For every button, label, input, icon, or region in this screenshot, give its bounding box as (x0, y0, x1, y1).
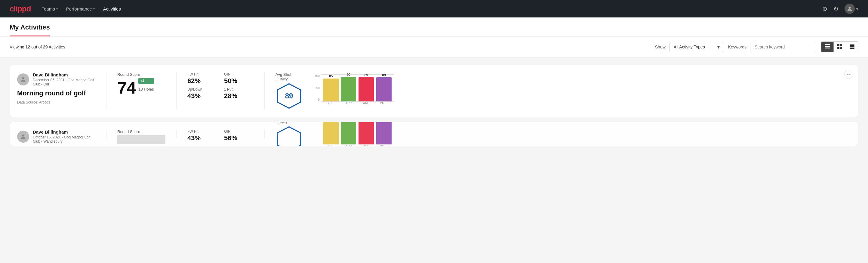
quality-label: Avg Shot Quality (276, 122, 304, 124)
bar-arg-value: 89 (365, 73, 368, 77)
bar-arg: 89 (359, 73, 374, 101)
bar-ott: 94 (323, 122, 339, 144)
card-stats: FW Hit 62% GIR 50% Up/Down 43% 1 Putt 28… (187, 72, 253, 110)
navbar: clippd Teams ▾ Performance ▾ Activities … (0, 0, 868, 18)
stat-fwhit: FW Hit 43% (187, 129, 217, 142)
svg-marker-16 (277, 127, 301, 146)
quality-label: Avg Shot Quality (276, 72, 304, 81)
nav-activities[interactable]: Activities (103, 6, 121, 11)
x-axis: OTT APP ARG PUTT (321, 101, 394, 108)
search-input[interactable] (750, 42, 816, 52)
stat-fwhit: FW Hit 62% (187, 72, 217, 85)
svg-rect-3 (825, 48, 830, 49)
round-score-label: Round Score (117, 72, 165, 77)
bar-putt: 87 (376, 122, 392, 144)
x-label-putt: PUTT (376, 144, 392, 146)
score-badge: +4 (138, 78, 154, 84)
bar-ott-bar (323, 122, 339, 144)
user-row: Dave Billingham October 16, 2021 - Gog M… (17, 129, 95, 144)
view-toggle-group (821, 41, 858, 52)
divider (106, 72, 106, 110)
bar-app: 90 (341, 73, 356, 101)
user-name: Dave Billingham (33, 72, 95, 77)
svg-rect-4 (837, 44, 839, 46)
x-label-ott: OTT (323, 144, 339, 146)
avatar (17, 74, 29, 85)
svg-rect-11 (850, 48, 855, 48)
bar-app-value: 90 (347, 73, 350, 77)
user-name: Dave Billingham (33, 129, 95, 135)
bar-arg: 106 (359, 122, 374, 144)
round-score-section: Round Score 74 +4 18 Holes (117, 72, 165, 110)
bar-putt-bar (376, 122, 392, 144)
keywords-filter-group: Keywords: (728, 42, 816, 52)
svg-rect-6 (837, 47, 839, 49)
stat-label: GIR (224, 129, 253, 134)
activity-card: ✏ Dave Billingham December 05, 2021 - Go… (10, 65, 858, 117)
show-filter-group: Show: All Activity Types Rounds Practice (655, 42, 723, 52)
user-menu[interactable]: ▾ (844, 4, 858, 14)
bar-arg-bar (359, 77, 374, 101)
bar-ott-value: 85 (329, 74, 333, 78)
nav-performance[interactable]: Performance ▾ (66, 6, 95, 11)
filter-bar: Viewing 12 out of 29 Activities Show: Al… (0, 37, 868, 57)
user-chevron-icon: ▾ (856, 6, 858, 12)
bar-arg-bar (359, 122, 374, 144)
bar-app-bar (341, 77, 356, 101)
svg-rect-2 (825, 46, 830, 47)
y-axis: 100 50 0 (311, 74, 320, 101)
stat-label: FW Hit (187, 129, 217, 134)
stat-label: GIR (224, 72, 253, 77)
bar-chart: 100 94 93 106 (311, 122, 394, 146)
x-label-putt: PUTT (376, 101, 392, 108)
card-left-section: Dave Billingham October 16, 2021 - Gog M… (17, 129, 95, 139)
activity-title: Morning round of golf (17, 89, 95, 97)
view-grid-button[interactable] (834, 42, 846, 52)
activity-date: October 16, 2021 - Gog Magog Golf Club -… (33, 135, 95, 144)
y-label-100: 100 (311, 74, 320, 78)
y-label-0: 0 (311, 98, 320, 101)
hexagon-icon (276, 125, 303, 146)
viewing-count-text: Viewing 12 out of 29 Activities (10, 45, 650, 49)
card-stats: FW Hit 43% GIR 56% (187, 129, 253, 139)
stat-value: 56% (224, 134, 253, 142)
activity-type-select[interactable]: All Activity Types Rounds Practice (669, 42, 723, 52)
view-list-detail-button[interactable] (846, 42, 858, 52)
refresh-icon[interactable]: ↻ (833, 5, 839, 12)
stat-label: FW Hit (187, 72, 217, 77)
teams-chevron-icon: ▾ (56, 7, 58, 10)
bar-chart: 100 50 0 85 90 (311, 74, 394, 108)
show-label: Show: (655, 45, 667, 49)
stat-value: 28% (224, 92, 253, 100)
bar-app-bar (341, 122, 356, 144)
add-icon[interactable]: ⊕ (822, 5, 828, 12)
edit-button[interactable]: ✏ (844, 70, 853, 79)
score-row: 74 +4 18 Holes (117, 78, 165, 96)
avg-shot-quality-section: Avg Shot Quality 89 100 50 0 (276, 72, 394, 110)
view-list-compact-button[interactable] (822, 42, 834, 52)
nav-teams[interactable]: Teams ▾ (42, 6, 58, 11)
bar-putt: 89 (376, 73, 392, 101)
round-score-label: Round Score (117, 129, 165, 134)
hexagon: 89 (276, 83, 303, 110)
svg-rect-10 (850, 46, 855, 47)
x-label-arg: ARG (359, 101, 374, 108)
page-title: My Activities (10, 18, 50, 36)
bar-putt-bar (376, 77, 392, 101)
svg-rect-1 (825, 44, 830, 45)
hexagon (276, 125, 303, 146)
stat-gir: GIR 50% (224, 72, 253, 85)
stat-value: 43% (187, 134, 217, 142)
svg-rect-5 (840, 44, 842, 46)
svg-rect-12 (850, 48, 855, 49)
user-row: Dave Billingham December 05, 2021 - Gog … (17, 72, 95, 86)
activity-card: Dave Billingham October 16, 2021 - Gog M… (10, 122, 858, 146)
bar-putt-value: 89 (382, 73, 386, 77)
stat-label: 1 Putt (224, 87, 253, 91)
activity-date: December 05, 2021 - Gog Magog Golf Club … (33, 78, 95, 86)
x-axis: OTT APP ARG PUTT (321, 144, 394, 146)
performance-chevron-icon: ▾ (93, 7, 95, 10)
stat-updown: Up/Down 43% (187, 87, 217, 100)
navbar-right: ⊕ ↻ ▾ (822, 4, 858, 14)
card-left-section: Dave Billingham December 05, 2021 - Gog … (17, 72, 95, 110)
